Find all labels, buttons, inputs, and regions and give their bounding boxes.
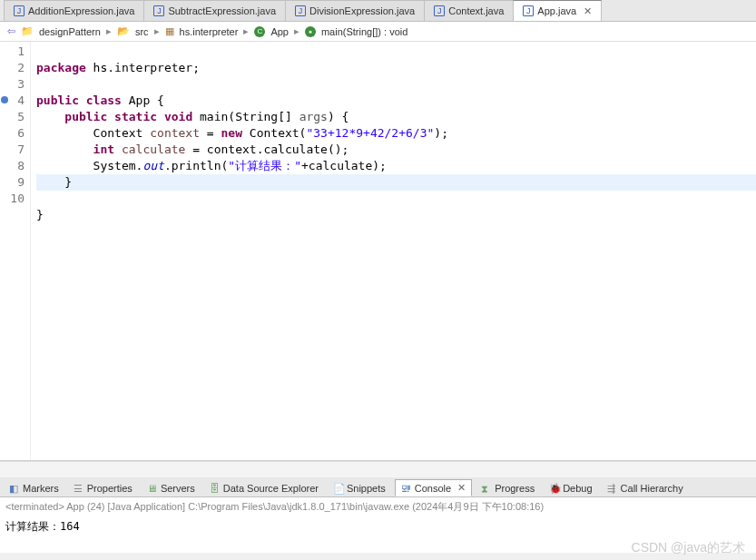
project-icon: 📁 [21,25,34,37]
bc-method[interactable]: main(String[]) : void [321,26,407,37]
java-file-icon: J [153,5,164,16]
chevron-right-icon: ▸ [294,25,299,37]
tab-servers[interactable]: 🖥Servers [142,481,201,496]
tab-console[interactable]: 🖳Console✕ [395,479,472,496]
watermark: CSDN @java的艺术 [632,540,745,556]
close-icon[interactable]: ✕ [584,5,592,17]
line-number: 9 [2,174,25,191]
class-icon: C [254,26,265,37]
markers-icon: ◧ [9,483,20,494]
line-number: 10 [2,191,25,207]
console-icon: 🖳 [401,483,412,494]
tab-debug[interactable]: 🐞Debug [544,481,597,496]
tab-subtract[interactable]: JSubtractExpression.java [143,0,286,21]
code-area[interactable]: package hs.interpreter; public class App… [31,42,756,460]
line-number: 6 [2,125,25,142]
package-icon: ▦ [165,25,174,37]
line-number: 7 [2,142,25,158]
call-hierarchy-icon: ⇶ [607,483,618,494]
java-file-icon: J [295,5,306,16]
progress-icon: ⧗ [481,483,492,494]
bottom-view-tabs: ◧Markers ☰Properties 🖥Servers 🗄Data Sour… [0,477,756,497]
chevron-right-icon: ▸ [106,25,112,37]
bc-package[interactable]: hs.interpreter [180,26,239,37]
snippets-icon: 📄 [333,483,344,494]
tab-callhierarchy[interactable]: ⇶Call Hierarchy [602,481,689,496]
code-editor[interactable]: 1 2 3 4 5 6 7 8 9 10 package hs.interpre… [0,42,756,461]
bc-src[interactable]: src [135,26,149,37]
method-icon: ● [305,26,316,37]
editor-tab-bar: JAdditionExpression.java JSubtractExpres… [0,0,756,22]
horizontal-scrollbar[interactable] [0,461,756,477]
src-folder-icon: 📂 [117,25,130,37]
tab-progress[interactable]: ⧗Progress [476,481,540,496]
line-number-gutter: 1 2 3 4 5 6 7 8 9 10 [0,42,31,460]
line-number: 4 [2,93,25,109]
tab-snippets[interactable]: 📄Snippets [328,481,391,496]
tab-addition[interactable]: JAdditionExpression.java [4,0,144,21]
tab-app[interactable]: JApp.java✕ [513,0,602,21]
tab-context[interactable]: JContext.java [424,0,514,21]
line-number: 1 [2,44,25,60]
tab-markers[interactable]: ◧Markers [4,481,64,496]
datasource-icon: 🗄 [210,483,221,494]
bc-class[interactable]: App [270,26,289,37]
chevron-right-icon: ▸ [154,25,160,37]
line-number: 5 [2,109,25,125]
debug-icon: 🐞 [549,483,560,494]
tab-datasource[interactable]: 🗄Data Source Explorer [204,481,324,496]
tab-division[interactable]: JDivisionExpression.java [285,0,425,21]
java-file-icon: J [434,5,445,16]
java-file-icon: J [523,5,534,16]
tab-properties[interactable]: ☰Properties [68,481,138,496]
bc-project[interactable]: designPattern [39,26,101,37]
properties-icon: ☰ [74,483,84,494]
line-number: 2 [2,60,25,76]
line-number: 8 [2,158,25,174]
java-file-icon: J [14,5,25,16]
servers-icon: 🖥 [147,483,158,494]
line-number: 3 [2,76,25,93]
breadcrumb: ⇦ 📁 designPattern▸ 📂 src▸ ▦ hs.interpret… [0,22,756,42]
chevron-right-icon: ▸ [243,25,249,37]
close-icon[interactable]: ✕ [457,482,466,494]
nav-back-icon[interactable]: ⇦ [7,25,15,37]
console-status: <terminated> App (24) [Java Application]… [0,497,756,516]
